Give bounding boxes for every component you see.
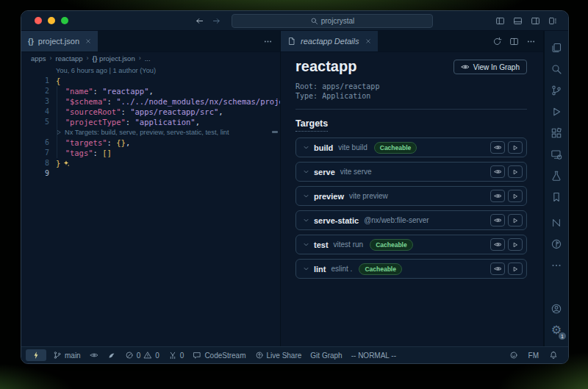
chevron-down-icon[interactable] bbox=[302, 216, 310, 224]
sparkle-icon bbox=[62, 160, 70, 167]
chevron-down-icon[interactable] bbox=[302, 192, 310, 200]
target-test-run-button[interactable] bbox=[508, 238, 523, 251]
target-serve-static-run-button[interactable] bbox=[508, 214, 523, 226]
split-editor-icon[interactable] bbox=[509, 37, 519, 46]
target-preview-run-button[interactable] bbox=[508, 190, 523, 202]
toggle-primary-sidebar-icon[interactable] bbox=[495, 16, 505, 26]
chevron-down-icon[interactable] bbox=[302, 240, 310, 249]
editor-actions-right bbox=[492, 31, 543, 51]
json-file-icon: {} bbox=[28, 38, 34, 46]
editor-actions-left bbox=[263, 31, 280, 51]
status-feedback[interactable] bbox=[505, 347, 523, 363]
chevron-down-icon[interactable] bbox=[302, 143, 310, 151]
status-vim-mode[interactable]: -- NORMAL -- bbox=[347, 347, 401, 363]
status-text: main bbox=[65, 351, 81, 360]
target-lint-run-button[interactable] bbox=[508, 263, 523, 275]
target-serve-static-view-button[interactable] bbox=[490, 214, 505, 226]
breadcrumb-item-reactapp[interactable]: reactapp bbox=[56, 54, 83, 63]
close-window-button[interactable] bbox=[35, 17, 42, 24]
target-build-view-button[interactable] bbox=[490, 141, 505, 154]
breadcrumb-item-project-json[interactable]: {} project.json bbox=[93, 54, 135, 63]
editor-actions-more-icon[interactable] bbox=[526, 37, 536, 46]
activity-explorer[interactable] bbox=[545, 37, 568, 58]
breadcrumb-item--[interactable]: ... bbox=[145, 54, 151, 63]
status-git-branch[interactable]: main bbox=[49, 347, 85, 363]
target-test-view-button[interactable] bbox=[490, 238, 505, 251]
status-pet[interactable] bbox=[103, 347, 121, 363]
tab-reactapp-details[interactable]: reactapp Details bbox=[281, 31, 378, 51]
status-gitlens-toggle[interactable] bbox=[85, 347, 103, 363]
code-editor[interactable]: You, 6 hours ago | 1 author (You)1{2 "na… bbox=[21, 64, 280, 346]
target-card-preview[interactable]: previewvite preview bbox=[295, 186, 527, 206]
status-merge-status[interactable]: 0 bbox=[164, 347, 189, 363]
activity-accounts[interactable] bbox=[545, 298, 568, 319]
activity-remote-explorer[interactable] bbox=[545, 143, 568, 165]
minimize-window-button[interactable] bbox=[48, 17, 55, 24]
command-center[interactable]: projcrystal bbox=[232, 14, 433, 28]
line-number: 6 bbox=[21, 138, 49, 148]
line-number: 5 bbox=[21, 117, 49, 127]
target-command: vite build bbox=[338, 143, 367, 151]
target-card-test[interactable]: testvitest runCacheable bbox=[295, 235, 527, 254]
status-text: 0 bbox=[155, 351, 159, 360]
status-remote-indicator[interactable] bbox=[26, 349, 46, 361]
activity-extensions[interactable] bbox=[545, 122, 568, 143]
line-number: 8 bbox=[21, 158, 49, 168]
workbench: {} project.json apps›reactapp›{} project… bbox=[21, 31, 568, 346]
status-text: FM bbox=[528, 351, 539, 360]
chevron-down-icon[interactable] bbox=[302, 265, 310, 273]
status-problems[interactable]: 00 bbox=[121, 347, 164, 363]
codelens-link[interactable]: You, 6 hours ago | 1 author (You) bbox=[49, 65, 156, 76]
fork-icon bbox=[168, 351, 177, 360]
target-card-serve-static[interactable]: serve-static@nx/web:file-server bbox=[295, 210, 527, 230]
line-number: 2 bbox=[21, 86, 49, 96]
tab-label: project.json bbox=[38, 37, 79, 46]
status-format[interactable]: FM bbox=[524, 347, 543, 363]
forward-icon[interactable] bbox=[212, 16, 221, 26]
editor-actions-more-icon[interactable] bbox=[263, 37, 273, 46]
activity-source-control[interactable] bbox=[545, 79, 568, 101]
refresh-icon[interactable] bbox=[492, 37, 502, 46]
activity-nx-console[interactable] bbox=[545, 212, 568, 233]
root-value: apps/reactapp bbox=[322, 82, 379, 90]
line-number: 1 bbox=[21, 76, 49, 86]
eye-icon bbox=[90, 351, 98, 360]
target-serve-view-button[interactable] bbox=[490, 165, 505, 178]
tab-project-json[interactable]: {} project.json bbox=[21, 31, 98, 51]
status-notifications[interactable] bbox=[545, 347, 562, 363]
toggle-panel-icon[interactable] bbox=[513, 16, 523, 26]
activity-testing[interactable] bbox=[545, 165, 568, 186]
activity-bookmarks[interactable] bbox=[545, 186, 568, 207]
target-card-serve[interactable]: servevite serve bbox=[295, 162, 527, 182]
activity-more-views[interactable] bbox=[545, 254, 568, 276]
target-lint-view-button[interactable] bbox=[490, 263, 505, 275]
codelens-link[interactable]: Nx Targets: build, serve, preview, serve… bbox=[49, 127, 229, 138]
activity-settings[interactable]: ⚙1 bbox=[545, 319, 568, 340]
activity-project-explorer[interactable] bbox=[545, 233, 568, 254]
activity-run-and-debug[interactable] bbox=[545, 101, 568, 122]
zoom-window-button[interactable] bbox=[61, 17, 68, 24]
code-text: { bbox=[49, 76, 60, 86]
toggle-secondary-sidebar-icon[interactable] bbox=[531, 16, 540, 26]
close-tab-icon[interactable] bbox=[365, 38, 371, 44]
settings-badge: 1 bbox=[559, 332, 566, 340]
target-card-build[interactable]: buildvite buildCacheable bbox=[295, 138, 527, 157]
breadcrumb-item-apps[interactable]: apps bbox=[31, 54, 46, 63]
activity-search[interactable] bbox=[545, 58, 568, 79]
warning-icon bbox=[143, 351, 152, 360]
root-label: Root: bbox=[295, 82, 318, 90]
back-icon[interactable] bbox=[195, 16, 204, 26]
chevron-down-icon[interactable] bbox=[302, 168, 310, 176]
view-in-graph-button[interactable]: View In Graph bbox=[453, 60, 527, 74]
status-codestream[interactable]: CodeStream bbox=[188, 347, 250, 363]
target-serve-run-button[interactable] bbox=[508, 165, 523, 178]
target-preview-view-button[interactable] bbox=[490, 190, 505, 202]
target-build-run-button[interactable] bbox=[508, 141, 523, 154]
status-git-graph[interactable]: Git Graph bbox=[306, 347, 346, 363]
close-tab-icon[interactable] bbox=[85, 38, 91, 44]
customize-layout-icon[interactable] bbox=[548, 16, 558, 26]
status-live-share[interactable]: Live Share bbox=[251, 347, 306, 363]
target-command: @nx/web:file-server bbox=[364, 216, 429, 224]
target-card-lint[interactable]: linteslint .Cacheable bbox=[295, 259, 527, 279]
overview-ruler-mark bbox=[272, 131, 278, 133]
